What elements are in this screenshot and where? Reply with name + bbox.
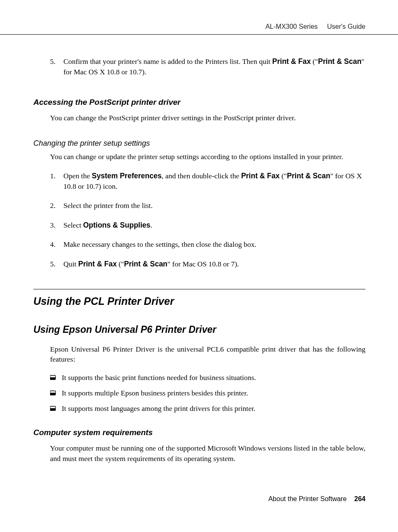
heading-computer-system-requirements: Computer system requirements xyxy=(33,428,365,437)
step-text: Make necessary changes to the settings, … xyxy=(63,239,365,250)
header-series: AL-MX300 Series xyxy=(265,23,317,30)
text-part: , and then double-click the xyxy=(161,172,241,180)
header-doc-title: User's Guide xyxy=(327,23,365,30)
bullet-box-icon xyxy=(50,373,62,382)
bullet-box-icon xyxy=(50,389,62,398)
bullet-text: It supports the basic print functions ne… xyxy=(62,373,256,382)
text-part: (" xyxy=(280,172,287,180)
text-part: (" xyxy=(311,57,318,66)
page-footer: About the Printer Software 264 xyxy=(268,495,365,503)
text-part: Open the xyxy=(63,172,92,180)
ordered-steps: 1. Open the System Preferences, and then… xyxy=(33,171,365,269)
step-number: 3. xyxy=(50,220,63,231)
bold-print-scan: Print & Scan xyxy=(124,260,167,268)
step-number: 5. xyxy=(50,259,63,269)
text-part: Quit xyxy=(63,260,78,268)
list-item: It supports multiple Epson business prin… xyxy=(50,389,365,398)
bold-options-supplies: Options & Supplies xyxy=(83,221,150,229)
step-text: Quit Print & Fax ("Print & Scan" for Mac… xyxy=(63,259,365,269)
text-part: . xyxy=(151,221,152,229)
list-item: It supports the basic print functions ne… xyxy=(50,373,365,382)
step-number: 5. xyxy=(50,56,63,77)
step-text: Confirm that your printer's name is adde… xyxy=(63,56,365,77)
continued-step-5: 5. Confirm that your printer's name is a… xyxy=(33,56,365,77)
paragraph: Your computer must be running one of the… xyxy=(50,443,365,464)
step-text: Select the printer from the list. xyxy=(63,200,365,211)
footer-page-number: 264 xyxy=(354,495,365,502)
svg-rect-1 xyxy=(50,377,55,380)
text-part: (" xyxy=(117,260,124,268)
bullet-text: It supports multiple Epson business prin… xyxy=(62,389,248,398)
footer-chapter: About the Printer Software xyxy=(268,495,347,502)
page-content: 5. Confirm that your printer's name is a… xyxy=(33,56,365,472)
step-1: 1. Open the System Preferences, and then… xyxy=(33,171,365,191)
header-divider xyxy=(0,34,398,35)
step-number: 4. xyxy=(50,239,63,250)
step-5: 5. Quit Print & Fax ("Print & Scan" for … xyxy=(33,259,365,269)
paragraph: Epson Universal P6 Printer Driver is the… xyxy=(50,345,365,364)
bold-system-preferences: System Preferences xyxy=(92,172,161,180)
bold-print-scan: Print & Scan xyxy=(287,172,330,180)
step-number: 1. xyxy=(50,171,63,191)
bullet-list: It supports the basic print functions ne… xyxy=(50,373,365,413)
bold-print-fax: Print & Fax xyxy=(272,57,311,66)
svg-rect-3 xyxy=(50,393,55,395)
heading-using-epson-p6: Using Epson Universal P6 Printer Driver xyxy=(33,324,365,335)
subheading-changing-settings: Changing the printer setup settings xyxy=(33,139,365,148)
bold-print-fax: Print & Fax xyxy=(78,260,117,268)
section-divider xyxy=(33,289,365,289)
heading-accessing-postscript: Accessing the PostScript printer driver xyxy=(33,98,365,107)
step-4: 4. Make necessary changes to the setting… xyxy=(33,239,365,250)
bullet-box-icon xyxy=(50,404,62,413)
page-header: AL-MX300 Series User's Guide xyxy=(265,23,365,30)
step-text: Select Options & Supplies. xyxy=(63,220,365,231)
step-3: 3. Select Options & Supplies. xyxy=(33,220,365,231)
step-text: Open the System Preferences, and then do… xyxy=(63,171,365,191)
svg-rect-5 xyxy=(50,408,55,411)
text-part: Confirm that your printer's name is adde… xyxy=(63,57,272,66)
text-part: " for Mac OS 10.8 or 7). xyxy=(167,260,239,268)
bullet-text: It supports most languages among the pri… xyxy=(62,404,255,413)
bold-print-scan: Print & Scan xyxy=(318,57,361,66)
bold-print-fax: Print & Fax xyxy=(241,172,280,180)
heading-using-pcl-driver: Using the PCL Printer Driver xyxy=(33,295,365,307)
step-2: 2. Select the printer from the list. xyxy=(33,200,365,211)
paragraph: You can change the PostScript printer dr… xyxy=(50,113,365,123)
list-item: It supports most languages among the pri… xyxy=(50,404,365,413)
step-number: 2. xyxy=(50,200,63,211)
paragraph: You can change or update the printer set… xyxy=(50,152,365,162)
text-part: Select xyxy=(63,221,83,229)
